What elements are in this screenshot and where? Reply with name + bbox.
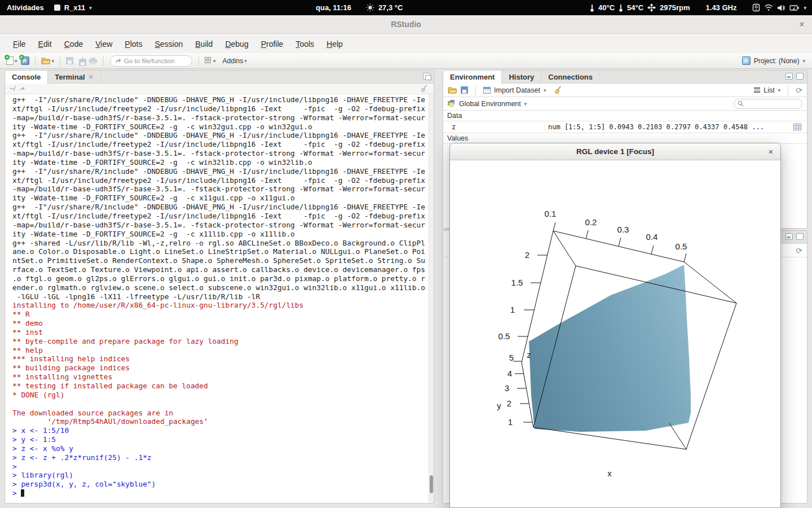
rstudio-menubar: File Edit Code View Plots Session Build … — [0, 34, 812, 53]
rgl-plot-area[interactable]: 0.1 0.2 0.3 0.4 0.5 2 1.5 1 0.5 5 4 3 2 … — [450, 160, 780, 507]
y-tick-label: 1 — [508, 417, 513, 427]
menu-session[interactable]: Session — [148, 38, 189, 50]
x-tick-label: 0.5 — [676, 242, 687, 251]
console-line: > library(rgl) — [12, 471, 429, 480]
rstudio-toolbar: + ▾ R+ ▾ ▾ Addins ▾ R — [0, 53, 812, 69]
goto-file-function-input[interactable] — [124, 58, 186, 64]
menu-edit[interactable]: Edit — [32, 38, 58, 50]
tab-connections[interactable]: Connections — [541, 71, 600, 83]
save-all-button[interactable] — [75, 60, 78, 62]
console-tabstrip: Console Terminal ✕ — [5, 71, 434, 84]
tab-console[interactable]: Console — [5, 71, 48, 84]
goto-file-function-box[interactable] — [110, 55, 192, 67]
z-tick-label: 1 — [510, 305, 515, 314]
view-data-grid-icon[interactable] — [793, 124, 801, 130]
menu-file[interactable]: File — [7, 38, 32, 50]
console-line: g++ -I"/usr/share/R/include" -DNDEBUG -D… — [12, 131, 429, 140]
environment-search-input[interactable] — [746, 99, 797, 108]
surface-polygon — [529, 265, 691, 432]
load-workspace-icon[interactable] — [448, 86, 457, 94]
environment-tabstrip: Environment History Connections — [443, 71, 807, 84]
tab-connections-label: Connections — [548, 73, 593, 81]
refresh-icon[interactable]: ⟳ — [796, 86, 802, 95]
activities-button[interactable]: Atividades — [7, 3, 44, 12]
panes-layout-button[interactable]: ▾ — [203, 56, 218, 65]
menu-debug[interactable]: Debug — [219, 38, 254, 50]
working-directory[interactable]: ~/ — [10, 85, 15, 93]
rgl-titlebar[interactable]: RGL device 1 [Focus] × — [450, 143, 780, 160]
data-section-header: Data — [443, 111, 807, 121]
close-window-button[interactable]: × — [800, 20, 804, 29]
new-project-button[interactable]: R+ — [19, 55, 31, 66]
goto-arrow-icon — [115, 58, 121, 64]
console-output[interactable]: g++ -I"/usr/share/R/include" -DNDEBUG -D… — [5, 94, 429, 503]
new-project-icon: R+ — [21, 56, 29, 65]
tab-environment[interactable]: Environment — [443, 71, 502, 84]
environment-object-row[interactable]: z num [1:5, 1:5] 0.0943 0.2103 0.2797 0.… — [443, 121, 807, 133]
console-scrollbar[interactable] — [429, 94, 434, 503]
console-line: -map=/build/r-base-udh3fS/r-base-3.5.1=.… — [12, 185, 429, 194]
print-icon — [89, 57, 98, 64]
environment-search-box[interactable] — [734, 99, 802, 109]
console-line: -map=/build/r-base-udh3fS/r-base-3.5.1=.… — [12, 113, 429, 122]
tab-terminal[interactable]: Terminal ✕ — [48, 71, 100, 83]
minimize-pane-icon[interactable] — [785, 73, 793, 80]
console-line: ** R — [12, 310, 429, 319]
menu-code[interactable]: Code — [58, 38, 89, 50]
console-path-row: ~/ — [5, 84, 434, 94]
console-line: ender.o rglmath.o rglview.o scene.o sele… — [12, 283, 429, 292]
save-workspace-icon[interactable] — [461, 86, 468, 94]
clock[interactable]: qua, 11:16 — [316, 3, 351, 12]
menu-profile[interactable]: Profile — [255, 38, 290, 50]
console-scrollbar-thumb[interactable] — [430, 475, 433, 493]
menu-build[interactable]: Build — [189, 38, 219, 50]
thermometer-icon — [619, 3, 623, 12]
x-tick-label: 0.2 — [585, 217, 597, 227]
console-line: > z <- x %o% y — [12, 444, 429, 453]
close-tab-icon[interactable]: ✕ — [89, 73, 94, 81]
system-indicators[interactable]: 40°C 54°C 2975rpm 1.43 GHz — [590, 3, 812, 12]
maximize-pane-icon[interactable] — [796, 233, 804, 240]
console-line: g++ -I"/usr/share/R/include" -DNDEBUG -D… — [12, 203, 429, 212]
console-line: > — [12, 489, 429, 498]
goto-directory-icon[interactable] — [19, 86, 25, 91]
chevron-down-icon: ▾ — [524, 101, 527, 107]
console-line: *** installing help indices — [12, 354, 429, 364]
project-selector[interactable]: R Project: (None) ▾ — [742, 56, 805, 65]
close-rgl-window-button[interactable]: × — [769, 147, 773, 156]
tab-history-label: History — [509, 73, 534, 81]
view-mode-button[interactable]: List — [764, 86, 774, 94]
maximize-pane-icon[interactable] — [796, 73, 804, 80]
save-button[interactable] — [64, 56, 75, 65]
clear-environment-icon[interactable] — [554, 86, 563, 94]
minimize-pane-icon[interactable] — [785, 233, 793, 240]
import-dataset-icon — [483, 87, 491, 94]
new-file-icon: + — [6, 56, 14, 65]
console-line: xt/ftgl -I/usr/include/freetype2 -I/usr/… — [12, 140, 429, 149]
clear-console-icon[interactable] — [421, 85, 429, 93]
window-list-button[interactable]: R_x11 ▾ — [54, 3, 92, 12]
menu-view[interactable]: View — [89, 38, 118, 50]
rgl-window-title: RGL device 1 [Focus] — [576, 147, 654, 156]
addins-button[interactable]: Addins ▾ — [221, 56, 249, 66]
z-axis-label: z — [527, 350, 531, 360]
menu-tools[interactable]: Tools — [289, 38, 320, 50]
console-panel: Console Terminal ✕ ~/ g++ -I"/usr/share/… — [5, 70, 434, 503]
menu-help[interactable]: Help — [320, 38, 349, 50]
open-file-button[interactable]: ▾ — [39, 56, 56, 65]
maximize-pane-icon[interactable] — [423, 73, 430, 80]
console-line: -map=/build/r-base-udh3fS/r-base-3.5.1=.… — [12, 149, 429, 158]
new-file-button[interactable]: + ▾ — [5, 55, 19, 66]
print-button[interactable] — [87, 56, 99, 65]
refresh-icon[interactable]: ⟳ — [796, 246, 802, 255]
tab-history[interactable]: History — [502, 71, 541, 83]
z-tick-label: 0.5 — [498, 331, 510, 341]
console-line: ** byte-compile and prepare package for … — [12, 337, 429, 346]
fan-icon — [647, 3, 656, 12]
menu-plots[interactable]: Plots — [118, 38, 148, 50]
weather-indicator[interactable]: 27,3 °C — [366, 3, 403, 12]
import-dataset-button[interactable]: Import Dataset — [494, 86, 540, 94]
console-line: ity -Wdate-time -D_FORTIFY_SOURCE=2 -g -… — [12, 158, 429, 167]
environment-scope-button[interactable]: Global Environment — [459, 100, 521, 108]
save-icon — [66, 57, 73, 64]
